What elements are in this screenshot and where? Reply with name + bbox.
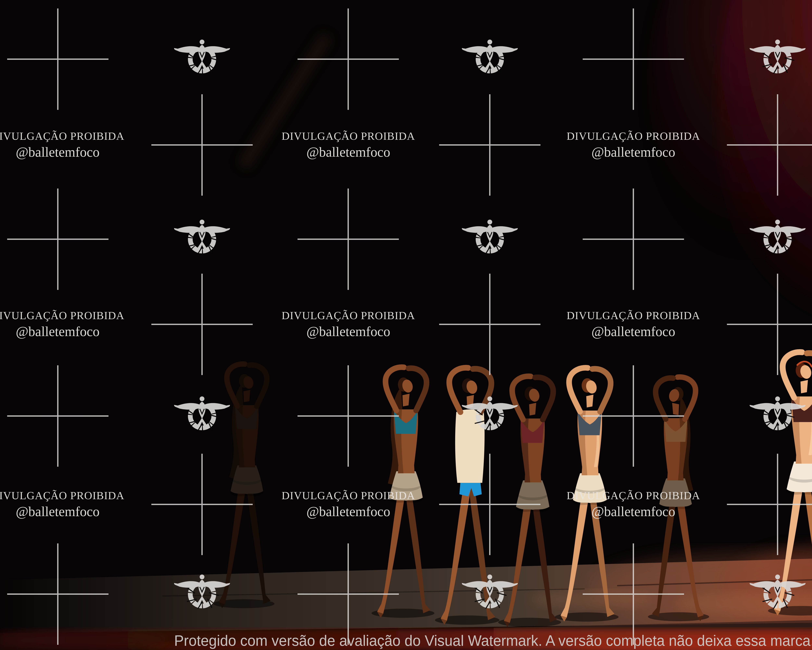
stage-photo-svg bbox=[0, 0, 812, 650]
watermarked-stage-photo: DIVULGAÇÃO PROIBIDA@balletemfocoDIVULGAÇ… bbox=[0, 0, 812, 650]
visual-watermark-trial-notice: Protegido com versão de avaliação do Vis… bbox=[174, 632, 812, 650]
